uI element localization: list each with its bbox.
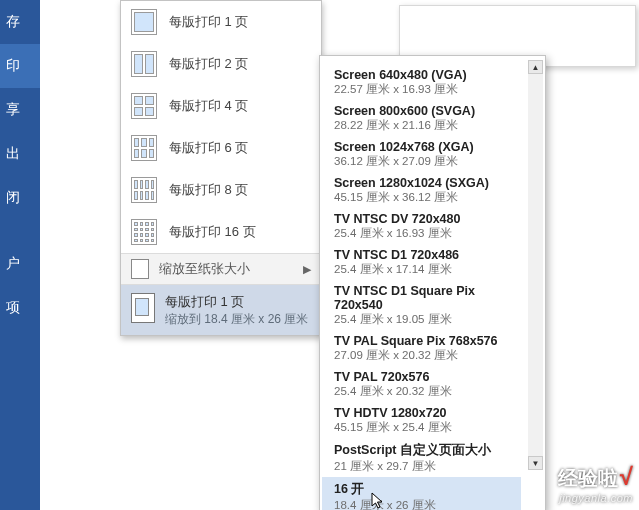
pages-label: 每版打印 1 页	[169, 13, 248, 31]
size-sub: 36.12 厘米 x 27.09 厘米	[334, 154, 519, 169]
watermark: 经验啦√ jingyanla.com	[558, 463, 633, 504]
pages-label: 每版打印 6 页	[169, 139, 248, 157]
size-sub: 22.57 厘米 x 16.93 厘米	[334, 82, 519, 97]
scale-to-paper-size[interactable]: 缩放至纸张大小 ▶	[121, 253, 321, 285]
scale-header-label: 缩放至纸张大小	[159, 260, 250, 278]
size-sub: 45.15 厘米 x 25.4 厘米	[334, 420, 519, 435]
size-option-xga[interactable]: Screen 1024x768 (XGA) 36.12 厘米 x 27.09 厘…	[332, 136, 521, 172]
size-option-hdtv[interactable]: TV HDTV 1280x720 45.15 厘米 x 25.4 厘米	[332, 402, 521, 438]
size-option-pal-square[interactable]: TV PAL Square Pix 768x576 27.09 厘米 x 20.…	[332, 330, 521, 366]
size-option-16k[interactable]: 16 开 18.4 厘米 x 26 厘米	[322, 477, 521, 510]
pages-per-sheet-menu: 每版打印 1 页 每版打印 2 页 每版打印 4 页 每版打印 6 页 每版打印…	[120, 0, 322, 336]
size-sub: 25.4 厘米 x 20.32 厘米	[334, 384, 519, 399]
pages-option-6[interactable]: 每版打印 6 页	[121, 127, 321, 169]
nav-print[interactable]: 印	[0, 44, 40, 88]
pages-1-icon	[131, 9, 157, 35]
nav-options[interactable]: 项	[0, 286, 40, 330]
paper-size-submenu: ▲ ▼ Screen 640x480 (VGA) 22.57 厘米 x 16.9…	[319, 55, 546, 510]
size-title: Screen 800x600 (SVGA)	[334, 104, 519, 118]
size-title: Screen 1280x1024 (SXGA)	[334, 176, 519, 190]
content-area: 每版打印 1 页 每版打印 2 页 每版打印 4 页 每版打印 6 页 每版打印…	[40, 0, 639, 510]
size-sub: 27.09 厘米 x 20.32 厘米	[334, 348, 519, 363]
pages-label: 每版打印 8 页	[169, 181, 248, 199]
scroll-down-button[interactable]: ▼	[528, 456, 543, 470]
current-scale-sub: 缩放到 18.4 厘米 x 26 厘米	[165, 311, 311, 328]
nav-share[interactable]: 享	[0, 88, 40, 132]
size-sub: 28.22 厘米 x 21.16 厘米	[334, 118, 519, 133]
size-option-vga[interactable]: Screen 640x480 (VGA) 22.57 厘米 x 16.93 厘米	[332, 64, 521, 100]
nav-close[interactable]: 闭	[0, 176, 40, 220]
pages-8-icon	[131, 177, 157, 203]
size-sub: 45.15 厘米 x 36.12 厘米	[334, 190, 519, 205]
size-title: TV PAL 720x576	[334, 370, 519, 384]
pages-option-16[interactable]: 每版打印 16 页	[121, 211, 321, 253]
size-sub: 25.4 厘米 x 19.05 厘米	[334, 312, 519, 327]
pages-option-2[interactable]: 每版打印 2 页	[121, 43, 321, 85]
size-title: TV NTSC D1 Square Pix 720x540	[334, 284, 519, 312]
pages-2-icon	[131, 51, 157, 77]
chevron-right-icon: ▶	[303, 263, 311, 276]
pages-option-4[interactable]: 每版打印 4 页	[121, 85, 321, 127]
nav-label: 印	[6, 57, 20, 75]
watermark-main: 经验啦	[558, 467, 618, 489]
size-sub: 25.4 厘米 x 16.93 厘米	[334, 226, 519, 241]
watermark-sub: jingyanla.com	[558, 492, 633, 504]
nav-label: 享	[6, 101, 20, 119]
nav-label: 户	[6, 255, 20, 273]
size-option-postscript-custom[interactable]: PostScript 自定义页面大小 21 厘米 x 29.7 厘米	[332, 438, 521, 477]
pages-4-icon	[131, 93, 157, 119]
nav-save[interactable]: 存	[0, 0, 40, 44]
pages-label: 每版打印 4 页	[169, 97, 248, 115]
pages-label: 每版打印 16 页	[169, 223, 256, 241]
size-option-ntsc-d1[interactable]: TV NTSC D1 720x486 25.4 厘米 x 17.14 厘米	[332, 244, 521, 280]
size-title: 16 开	[334, 481, 519, 498]
scroll-up-button[interactable]: ▲	[528, 60, 543, 74]
size-option-svga[interactable]: Screen 800x600 (SVGA) 28.22 厘米 x 21.16 厘…	[332, 100, 521, 136]
size-sub: 21 厘米 x 29.7 厘米	[334, 459, 519, 474]
size-option-sxga[interactable]: Screen 1280x1024 (SXGA) 45.15 厘米 x 36.12…	[332, 172, 521, 208]
nav-export[interactable]: 出	[0, 132, 40, 176]
check-icon: √	[620, 463, 633, 490]
size-title: TV NTSC D1 720x486	[334, 248, 519, 262]
size-option-ntsc-d1-square[interactable]: TV NTSC D1 Square Pix 720x540 25.4 厘米 x …	[332, 280, 521, 330]
size-title: Screen 1024x768 (XGA)	[334, 140, 519, 154]
size-title: TV HDTV 1280x720	[334, 406, 519, 420]
size-sub: 25.4 厘米 x 17.14 厘米	[334, 262, 519, 277]
backstage-sidebar: 存 印 享 出 闭 户 项	[0, 0, 40, 510]
pages-16-icon	[131, 219, 157, 245]
nav-label: 存	[6, 13, 20, 31]
paper-size-list: Screen 640x480 (VGA) 22.57 厘米 x 16.93 厘米…	[320, 58, 525, 508]
document-icon	[131, 259, 149, 279]
size-title: Screen 640x480 (VGA)	[334, 68, 519, 82]
nav-label: 出	[6, 145, 20, 163]
size-option-pal[interactable]: TV PAL 720x576 25.4 厘米 x 20.32 厘米	[332, 366, 521, 402]
pages-6-icon	[131, 135, 157, 161]
pages-option-8[interactable]: 每版打印 8 页	[121, 169, 321, 211]
size-option-ntsc-dv[interactable]: TV NTSC DV 720x480 25.4 厘米 x 16.93 厘米	[332, 208, 521, 244]
nav-label: 闭	[6, 189, 20, 207]
size-sub: 18.4 厘米 x 26 厘米	[334, 498, 519, 510]
size-title: PostScript 自定义页面大小	[334, 442, 519, 459]
size-title: TV PAL Square Pix 768x576	[334, 334, 519, 348]
size-title: TV NTSC DV 720x480	[334, 212, 519, 226]
scrollbar-track[interactable]	[528, 60, 543, 470]
pages-label: 每版打印 2 页	[169, 55, 248, 73]
nav-account[interactable]: 户	[0, 242, 40, 286]
pages-option-1[interactable]: 每版打印 1 页	[121, 1, 321, 43]
nav-label: 项	[6, 299, 20, 317]
